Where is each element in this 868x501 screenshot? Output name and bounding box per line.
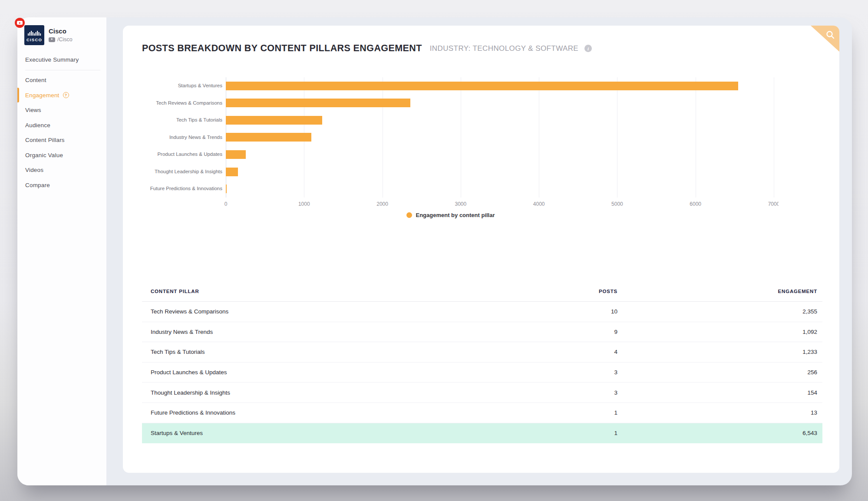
help-icon[interactable]: ? <box>63 92 69 98</box>
table-body: Tech Reviews & Comparisons102,355Industr… <box>142 302 822 443</box>
x-axis-tick: 5000 <box>611 201 623 207</box>
sidebar-item-executive-summary[interactable]: Executive Summary <box>17 52 106 67</box>
x-axis-tick: 0 <box>224 201 228 207</box>
table-row[interactable]: Product Launches & Updates3256 <box>142 363 822 383</box>
sidebar-item-organic-value[interactable]: Organic Value <box>17 148 106 163</box>
chart-category-label: Startups & Ventures <box>123 77 222 95</box>
x-axis-tick: 6000 <box>690 201 701 207</box>
chart-bar <box>226 99 410 107</box>
chart-legend: Engagement by content pillar <box>123 212 779 218</box>
chart-bar <box>226 82 738 90</box>
sidebar-menu: Executive SummaryContentEngagement?Views… <box>17 52 106 193</box>
cell-posts: 3 <box>552 389 617 396</box>
sidebar-item-videos[interactable]: Videos <box>17 163 106 178</box>
sidebar-item-label: Content <box>25 77 46 83</box>
industry-subtitle: INDUSTRY: TECHNOLOGY & SOFTWARE <box>430 44 578 53</box>
sidebar: CISCO Cisco /Cisco Executive SummaryCont… <box>17 17 106 485</box>
report-card: POSTS BREAKDOWN BY CONTENT PILLARS ENGAG… <box>123 26 839 473</box>
youtube-icon <box>49 37 55 42</box>
channel-handle: /Cisco <box>57 36 73 43</box>
brand-block: CISCO Cisco /Cisco <box>24 25 106 45</box>
menu-divider <box>25 70 100 70</box>
active-indicator <box>17 88 19 102</box>
table-row[interactable]: Industry News & Trends91,092 <box>142 322 822 343</box>
cell-engagement: 13 <box>617 409 822 416</box>
cell-posts: 9 <box>552 329 617 335</box>
column-header-pillar: CONTENT PILLAR <box>142 289 552 294</box>
cell-posts: 3 <box>552 369 617 376</box>
gridline <box>539 77 539 198</box>
chart-bar <box>226 150 246 159</box>
sidebar-item-label: Organic Value <box>25 152 63 158</box>
gridline <box>696 77 696 198</box>
gridline <box>774 77 774 198</box>
chart-bar <box>226 185 227 193</box>
page-background: CISCO Cisco /Cisco Executive SummaryCont… <box>0 0 868 501</box>
cell-posts: 4 <box>552 349 617 355</box>
chart-category-label: Thought Leadership & Insights <box>123 163 222 181</box>
sidebar-item-audience[interactable]: Audience <box>17 118 106 133</box>
cisco-logo: CISCO <box>24 25 44 45</box>
cell-pillar: Thought Leadership & Insights <box>142 389 552 396</box>
cell-pillar: Tech Reviews & Comparisons <box>142 308 552 315</box>
app-window: CISCO Cisco /Cisco Executive SummaryCont… <box>17 17 852 485</box>
chart-bar <box>226 116 322 125</box>
sidebar-item-label: Views <box>25 107 41 113</box>
x-axis-tick: 4000 <box>533 201 545 207</box>
x-axis-tick: 7000 <box>768 201 779 207</box>
sidebar-item-views[interactable]: Views <box>17 103 106 118</box>
cell-posts: 1 <box>552 430 617 436</box>
cell-posts: 1 <box>552 409 617 416</box>
sidebar-item-label: Videos <box>25 167 43 173</box>
chart-category-label: Tech Tips & Tutorials <box>123 112 222 129</box>
youtube-play-icon <box>17 21 23 25</box>
cell-pillar: Startups & Ventures <box>142 430 552 436</box>
sidebar-item-compare[interactable]: Compare <box>17 178 106 193</box>
x-axis-tick: 2000 <box>376 201 388 207</box>
chart-category-label: Tech Reviews & Comparisons <box>123 95 222 112</box>
cell-pillar: Industry News & Trends <box>142 329 552 335</box>
cell-pillar: Product Launches & Updates <box>142 369 552 376</box>
sidebar-item-label: Executive Summary <box>25 56 79 63</box>
channel-name: Cisco <box>49 27 73 35</box>
legend-dot-icon <box>406 212 412 218</box>
sidebar-item-content[interactable]: Content <box>17 73 106 88</box>
chart-category-label: Industry News & Trends <box>123 129 222 146</box>
x-axis-tick: 1000 <box>298 201 310 207</box>
cell-engagement: 256 <box>617 369 822 376</box>
column-header-engagement: ENGAGEMENT <box>617 289 822 294</box>
cell-posts: 10 <box>552 308 617 315</box>
gridline <box>383 77 383 198</box>
cell-engagement: 1,092 <box>617 329 822 335</box>
cell-pillar: Tech Tips & Tutorials <box>142 349 552 355</box>
cell-engagement: 1,233 <box>617 349 822 355</box>
cell-engagement: 6,543 <box>617 430 822 436</box>
table-row[interactable]: Thought Leadership & Insights3154 <box>142 382 822 403</box>
youtube-badge-icon <box>15 18 25 28</box>
gridline <box>461 77 461 198</box>
legend-label: Engagement by content pillar <box>416 212 495 218</box>
sidebar-item-label: Engagement <box>25 92 59 99</box>
table-header: CONTENT PILLAR POSTS ENGAGEMENT <box>142 281 822 302</box>
info-icon[interactable]: i <box>584 45 592 52</box>
sidebar-item-engagement[interactable]: Engagement? <box>17 88 106 103</box>
table-row[interactable]: Future Predictions & Innovations113 <box>142 403 822 423</box>
sidebar-item-label: Content Pillars <box>25 137 65 143</box>
gridline <box>617 77 617 198</box>
page-title: POSTS BREAKDOWN BY CONTENT PILLARS ENGAG… <box>142 43 422 54</box>
table-row[interactable]: Tech Tips & Tutorials41,233 <box>142 342 822 363</box>
table-row[interactable]: Startups & Ventures16,543 <box>142 423 822 444</box>
chart-bar <box>226 133 311 142</box>
chart-bar <box>226 168 238 176</box>
sidebar-item-label: Compare <box>25 182 50 188</box>
cell-engagement: 154 <box>617 389 822 396</box>
chart-category-label: Future Predictions & Innovations <box>123 180 222 198</box>
table-row[interactable]: Tech Reviews & Comparisons102,355 <box>142 302 822 322</box>
chart-plot: 01000200030004000500060007000Startups & … <box>123 77 779 213</box>
chart-category-label: Product Launches & Updates <box>123 146 222 163</box>
cell-pillar: Future Predictions & Innovations <box>142 409 552 416</box>
sidebar-item-label: Audience <box>25 122 50 129</box>
sidebar-item-content-pillars[interactable]: Content Pillars <box>17 133 106 148</box>
search-icon[interactable] <box>825 30 835 40</box>
x-axis-tick: 3000 <box>455 201 466 207</box>
